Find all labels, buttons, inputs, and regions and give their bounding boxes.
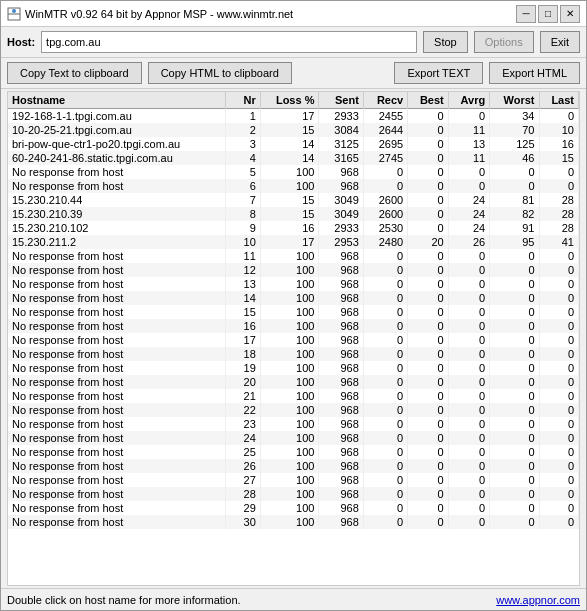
table-row[interactable]: bri-pow-que-ctr1-po20.tpgi.com.au3143125… bbox=[8, 137, 579, 151]
cell-9-0[interactable]: 15.230.211.2 bbox=[8, 235, 226, 249]
cell-3-2: 14 bbox=[260, 151, 319, 165]
cell-8-0[interactable]: 15.230.210.102 bbox=[8, 221, 226, 235]
stop-button[interactable]: Stop bbox=[423, 31, 468, 53]
cell-5-2: 100 bbox=[260, 179, 319, 193]
cell-14-3: 968 bbox=[319, 305, 363, 319]
table-body: 192-168-1-1.tpgi.com.au11729332455003401… bbox=[8, 109, 579, 530]
table-row[interactable]: 15.230.210.39815304926000248228 bbox=[8, 207, 579, 221]
cell-1-7: 70 bbox=[490, 123, 539, 137]
cell-7-8: 28 bbox=[539, 207, 579, 221]
cell-1-0[interactable]: 10-20-25-21.tpgi.com.au bbox=[8, 123, 226, 137]
table-row[interactable]: 15.230.210.102916293325300249128 bbox=[8, 221, 579, 235]
cell-0-4: 2455 bbox=[363, 109, 407, 124]
cell-22-3: 968 bbox=[319, 417, 363, 431]
cell-2-3: 3125 bbox=[319, 137, 363, 151]
table-row[interactable]: 10-20-25-21.tpgi.com.au21530842644011701… bbox=[8, 123, 579, 137]
cell-20-5: 0 bbox=[408, 389, 449, 403]
cell-3-0[interactable]: 60-240-241-86.static.tpgi.com.au bbox=[8, 151, 226, 165]
cell-19-4: 0 bbox=[363, 375, 407, 389]
export-html-button[interactable]: Export HTML bbox=[489, 62, 580, 84]
cell-6-0[interactable]: 15.230.210.44 bbox=[8, 193, 226, 207]
table-row: No response from host510096800000 bbox=[8, 165, 579, 179]
cell-5-8: 0 bbox=[539, 179, 579, 193]
cell-3-6: 11 bbox=[448, 151, 490, 165]
cell-12-2: 100 bbox=[260, 277, 319, 291]
export-text-button[interactable]: Export TEXT bbox=[394, 62, 483, 84]
cell-11-4: 0 bbox=[363, 263, 407, 277]
cell-17-4: 0 bbox=[363, 347, 407, 361]
cell-0-6: 0 bbox=[448, 109, 490, 124]
cell-13-6: 0 bbox=[448, 291, 490, 305]
maximize-button[interactable]: □ bbox=[538, 5, 558, 23]
cell-26-0: No response from host bbox=[8, 473, 226, 487]
cell-23-1: 24 bbox=[226, 431, 261, 445]
cell-0-8: 0 bbox=[539, 109, 579, 124]
table-row: No response from host1310096800000 bbox=[8, 277, 579, 291]
cell-21-5: 0 bbox=[408, 403, 449, 417]
cell-22-6: 0 bbox=[448, 417, 490, 431]
cell-29-4: 0 bbox=[363, 515, 407, 529]
cell-15-6: 0 bbox=[448, 319, 490, 333]
cell-11-3: 968 bbox=[319, 263, 363, 277]
cell-10-1: 11 bbox=[226, 249, 261, 263]
cell-18-4: 0 bbox=[363, 361, 407, 375]
copy-html-button[interactable]: Copy HTML to clipboard bbox=[148, 62, 292, 84]
host-toolbar: Host: Stop Options Exit bbox=[1, 27, 586, 58]
cell-19-1: 20 bbox=[226, 375, 261, 389]
table-row: No response from host1810096800000 bbox=[8, 347, 579, 361]
cell-27-1: 28 bbox=[226, 487, 261, 501]
cell-7-0[interactable]: 15.230.210.39 bbox=[8, 207, 226, 221]
minimize-button[interactable]: ─ bbox=[516, 5, 536, 23]
cell-23-6: 0 bbox=[448, 431, 490, 445]
cell-8-2: 16 bbox=[260, 221, 319, 235]
cell-1-8: 10 bbox=[539, 123, 579, 137]
data-table-container[interactable]: Hostname Nr Loss % Sent Recv Best Avrg W… bbox=[7, 91, 580, 586]
cell-12-1: 13 bbox=[226, 277, 261, 291]
cell-18-1: 19 bbox=[226, 361, 261, 375]
copy-text-button[interactable]: Copy Text to clipboard bbox=[7, 62, 142, 84]
main-window: WinMTR v0.92 64 bit by Appnor MSP - www.… bbox=[0, 0, 587, 611]
cell-6-1: 7 bbox=[226, 193, 261, 207]
cell-13-2: 100 bbox=[260, 291, 319, 305]
cell-20-0: No response from host bbox=[8, 389, 226, 403]
cell-25-1: 26 bbox=[226, 459, 261, 473]
cell-4-2: 100 bbox=[260, 165, 319, 179]
cell-2-0[interactable]: bri-pow-que-ctr1-po20.tpgi.com.au bbox=[8, 137, 226, 151]
cell-19-8: 0 bbox=[539, 375, 579, 389]
col-header-nr: Nr bbox=[226, 92, 261, 109]
exit-button[interactable]: Exit bbox=[540, 31, 580, 53]
cell-5-6: 0 bbox=[448, 179, 490, 193]
cell-0-3: 2933 bbox=[319, 109, 363, 124]
cell-0-0[interactable]: 192-168-1-1.tpgi.com.au bbox=[8, 109, 226, 124]
close-button[interactable]: ✕ bbox=[560, 5, 580, 23]
cell-8-1: 9 bbox=[226, 221, 261, 235]
cell-8-3: 2933 bbox=[319, 221, 363, 235]
options-button[interactable]: Options bbox=[474, 31, 534, 53]
table-row: No response from host1510096800000 bbox=[8, 305, 579, 319]
cell-24-4: 0 bbox=[363, 445, 407, 459]
table-row[interactable]: 60-240-241-86.static.tpgi.com.au41431652… bbox=[8, 151, 579, 165]
table-row[interactable]: 15.230.211.210172953248020269541 bbox=[8, 235, 579, 249]
cell-14-6: 0 bbox=[448, 305, 490, 319]
table-row[interactable]: 15.230.210.44715304926000248128 bbox=[8, 193, 579, 207]
cell-0-1: 1 bbox=[226, 109, 261, 124]
cell-10-2: 100 bbox=[260, 249, 319, 263]
cell-4-5: 0 bbox=[408, 165, 449, 179]
cell-3-3: 3165 bbox=[319, 151, 363, 165]
cell-22-5: 0 bbox=[408, 417, 449, 431]
cell-9-4: 2480 bbox=[363, 235, 407, 249]
cell-10-4: 0 bbox=[363, 249, 407, 263]
cell-9-1: 10 bbox=[226, 235, 261, 249]
cell-29-0: No response from host bbox=[8, 515, 226, 529]
cell-13-5: 0 bbox=[408, 291, 449, 305]
host-input[interactable] bbox=[41, 31, 417, 53]
cell-24-1: 25 bbox=[226, 445, 261, 459]
cell-17-1: 18 bbox=[226, 347, 261, 361]
table-row: No response from host2910096800000 bbox=[8, 501, 579, 515]
cell-27-6: 0 bbox=[448, 487, 490, 501]
appnor-link[interactable]: www.appnor.com bbox=[496, 594, 580, 606]
col-header-worst: Worst bbox=[490, 92, 539, 109]
cell-22-0: No response from host bbox=[8, 417, 226, 431]
table-row: No response from host3010096800000 bbox=[8, 515, 579, 529]
table-row[interactable]: 192-168-1-1.tpgi.com.au1172933245500340 bbox=[8, 109, 579, 124]
